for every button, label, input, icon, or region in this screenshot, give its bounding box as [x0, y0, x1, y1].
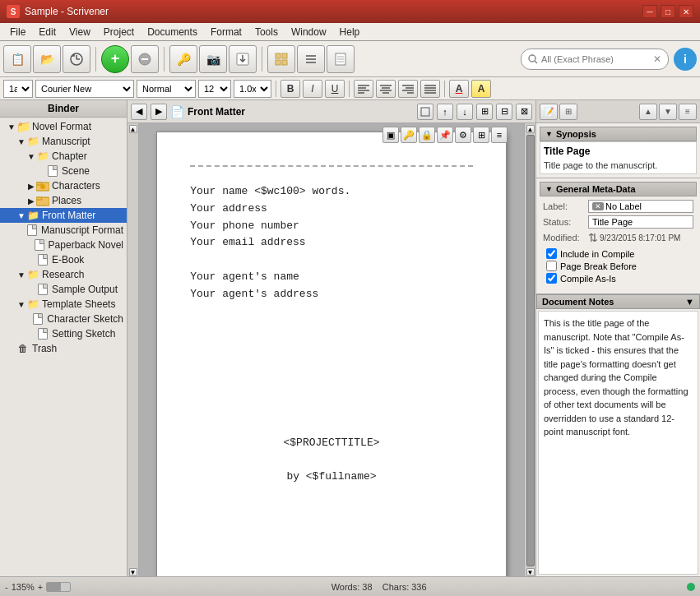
outline-button[interactable]: [297, 45, 325, 73]
sidebar-item-chapter[interactable]: ▼ 📁 Chapter: [0, 149, 127, 164]
synopsis-header[interactable]: ▼ Synopsis: [540, 127, 697, 141]
scroll-thumb[interactable]: [526, 135, 535, 566]
sidebar-item-sample-output[interactable]: Sample Output: [0, 282, 127, 297]
nav-back-button[interactable]: ◀: [131, 104, 147, 120]
binder-button[interactable]: 📋: [3, 45, 31, 73]
key-button[interactable]: 🔑: [169, 45, 197, 73]
scroll-down-btn[interactable]: ▼: [129, 568, 137, 576]
scrivenings-button[interactable]: [327, 45, 355, 73]
corkboard-button[interactable]: [267, 45, 295, 73]
meta-header[interactable]: ▼ General Meta-Data: [540, 182, 697, 196]
nav-forward-button[interactable]: ▶: [151, 104, 167, 120]
page-break-checkbox[interactable]: [546, 261, 557, 271]
text-color-button[interactable]: A: [449, 80, 469, 98]
sidebar-item-places[interactable]: ▶ Places: [0, 193, 127, 208]
align-right-button[interactable]: [398, 80, 418, 98]
open-button[interactable]: 📂: [33, 45, 61, 73]
style-select[interactable]: 1a: [3, 80, 33, 98]
bold-button[interactable]: B: [280, 80, 300, 98]
editor-overlay-btn-2[interactable]: 🔑: [401, 127, 417, 143]
size-select[interactable]: 12: [198, 80, 231, 98]
snapshot-button[interactable]: 📷: [199, 45, 227, 73]
align-center-button[interactable]: [376, 80, 396, 98]
menu-view[interactable]: View: [63, 25, 97, 39]
editor-overlay-btn-7[interactable]: ≡: [491, 127, 508, 143]
search-box[interactable]: ✕: [521, 49, 669, 70]
maximize-button[interactable]: □: [661, 5, 675, 18]
sidebar-item-novel-format[interactable]: ▼ 📁 Novel Format: [0, 119, 127, 134]
spacing-select[interactable]: 1.0x: [234, 80, 271, 98]
scroll-up-btn[interactable]: ▲: [129, 125, 137, 133]
menu-file[interactable]: File: [3, 25, 32, 39]
info-button[interactable]: i: [674, 48, 697, 71]
menu-documents[interactable]: Documents: [141, 25, 204, 39]
right-scroll-up[interactable]: ▲: [526, 125, 535, 133]
sidebar-item-manuscript-format[interactable]: Manuscript Format: [0, 223, 127, 238]
editor-overlay-btn-3[interactable]: 🔒: [419, 127, 435, 143]
rpanel-btn-2[interactable]: ⊞: [559, 104, 577, 120]
search-clear-btn[interactable]: ✕: [653, 53, 661, 65]
editor-view-btn-4[interactable]: ⊞: [476, 104, 493, 120]
include-compile-label[interactable]: Include in Compile: [560, 249, 635, 259]
editor-scroll-area[interactable]: ▣ 🔑 🔒 📌 ⚙ ⊞ ≡ Your name <$wc100> words. …: [139, 123, 524, 576]
menu-window[interactable]: Window: [285, 25, 333, 39]
menu-help[interactable]: Help: [333, 25, 367, 39]
menu-format[interactable]: Format: [204, 25, 248, 39]
zoom-in-btn[interactable]: +: [38, 582, 43, 592]
search-input[interactable]: [541, 54, 653, 64]
modified-icon[interactable]: ⇅: [588, 231, 598, 244]
editor-overlay-btn-6[interactable]: ⊞: [473, 127, 489, 143]
editor-overlay-btn-4[interactable]: 📌: [437, 127, 453, 143]
sidebar-item-manuscript[interactable]: ▼ 📁 Manuscript: [0, 134, 127, 149]
sidebar-item-scene[interactable]: Scene: [0, 164, 127, 178]
doc-notes-header[interactable]: Document Notes ▼: [536, 294, 700, 309]
editor-overlay-btn-1[interactable]: ▣: [382, 127, 399, 143]
sidebar-item-ebook[interactable]: E-Book: [0, 252, 127, 267]
underline-button[interactable]: U: [325, 80, 345, 98]
doc-notes-text[interactable]: This is the title page of the manuscript…: [538, 311, 698, 575]
compile-as-is-label[interactable]: Compile As-Is: [560, 274, 616, 284]
sidebar-item-paperback-novel[interactable]: Paperback Novel: [0, 238, 127, 252]
page-editor[interactable]: Your name <$wc100> words. Your address Y…: [156, 132, 507, 576]
rpanel-menu-btn[interactable]: ≡: [679, 104, 697, 120]
include-compile-checkbox[interactable]: [546, 248, 557, 259]
editor-view-btn-1[interactable]: [417, 104, 433, 120]
sidebar-item-front-matter[interactable]: ▼ 📁 Front Matter: [0, 208, 127, 223]
rpanel-expand-btn[interactable]: ▼: [659, 104, 677, 120]
sidebar-item-research[interactable]: ▼ 📁 Research: [0, 267, 127, 282]
sidebar-item-template-sheets[interactable]: ▼ 📁 Template Sheets: [0, 297, 127, 312]
format-select[interactable]: Normal: [137, 80, 196, 98]
compile-as-is-checkbox[interactable]: [546, 273, 557, 284]
minimize-button[interactable]: ─: [642, 5, 657, 18]
import-button[interactable]: [229, 45, 257, 73]
zoom-slider[interactable]: [46, 582, 71, 592]
editor-overlay-btn-5[interactable]: ⚙: [455, 127, 471, 143]
rpanel-collapse-btn[interactable]: ▲: [639, 104, 657, 120]
remove-button[interactable]: [131, 45, 159, 73]
editor-view-btn-2[interactable]: ↑: [437, 104, 453, 120]
rpanel-btn-1[interactable]: 📝: [540, 104, 558, 120]
align-left-button[interactable]: [354, 80, 373, 98]
right-scroll-down[interactable]: ▼: [526, 568, 535, 576]
editor-view-btn-5[interactable]: ⊟: [496, 104, 512, 120]
sidebar-item-characters[interactable]: ▶ Characters: [0, 178, 127, 193]
synopsis-text[interactable]: Title page to the manuscript.: [544, 160, 693, 170]
align-justify-button[interactable]: [420, 80, 440, 98]
menu-edit[interactable]: Edit: [32, 25, 63, 39]
page-break-label[interactable]: Page Break Before: [560, 261, 637, 271]
sidebar-item-trash[interactable]: 🗑 Trash: [0, 341, 127, 356]
menu-project[interactable]: Project: [97, 25, 141, 39]
right-scroll-bar[interactable]: ▲ ▼: [524, 123, 535, 576]
editor-view-btn-3[interactable]: ↓: [457, 104, 473, 120]
italic-button[interactable]: I: [303, 80, 322, 98]
menu-tools[interactable]: Tools: [248, 25, 285, 39]
close-button[interactable]: ✕: [679, 5, 693, 18]
sidebar-item-setting-sketch[interactable]: Setting Sketch: [0, 326, 127, 341]
sidebar-item-character-sketch[interactable]: Character Sketch: [0, 312, 127, 326]
editor-view-btn-6[interactable]: ⊠: [516, 104, 532, 120]
highlight-button[interactable]: A: [471, 80, 491, 98]
font-select[interactable]: Courier New: [35, 80, 134, 98]
status-field-value[interactable]: Title Page: [588, 215, 693, 229]
label-clear-btn[interactable]: ✕: [592, 202, 604, 210]
label-field-value[interactable]: ✕ No Label: [588, 200, 693, 213]
